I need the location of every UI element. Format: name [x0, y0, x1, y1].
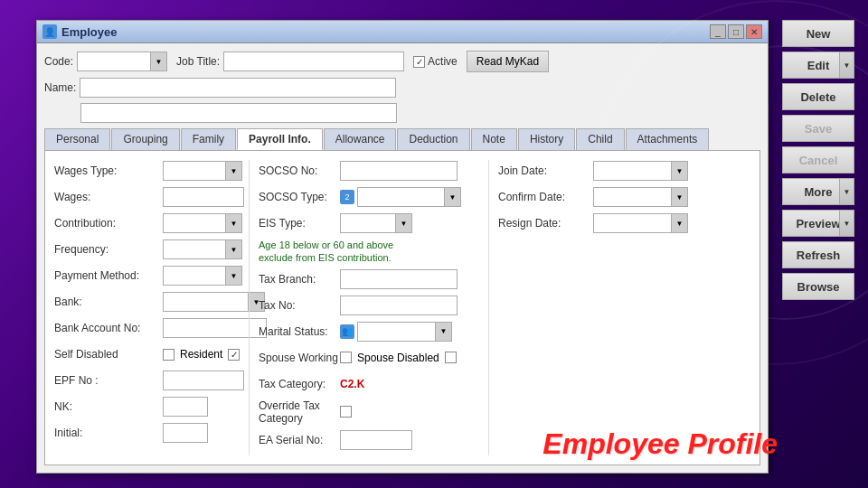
frequency-input[interactable]: ---- ▼ [163, 239, 242, 259]
edit-button[interactable]: Edit ▼ [782, 52, 854, 79]
edit-dropdown-arrow[interactable]: ▼ [839, 52, 854, 78]
tab-history[interactable]: History [518, 128, 575, 150]
tax-branch-input[interactable] [340, 269, 458, 289]
confirm-date-input[interactable]: 02/10/2002 ▼ [593, 187, 688, 207]
eis-type-input[interactable]: Yes ▼ [340, 213, 412, 233]
side-buttons: New Edit ▼ Delete Save Cancel More ▼ Pre… [782, 20, 854, 300]
read-mykad-button[interactable]: Read MyKad [467, 51, 549, 72]
tax-branch-label: Tax Branch: [259, 273, 340, 286]
resign-date-arrow[interactable]: ▼ [671, 214, 687, 232]
socso-type-input[interactable]: Second Categor ▼ [357, 187, 461, 207]
spouse-disabled-checkbox[interactable] [445, 352, 457, 363]
socso-no-input[interactable]: 600728-08-6087 [340, 161, 458, 181]
confirm-date-arrow[interactable]: ▼ [671, 188, 687, 206]
join-date-label: Join Date: [498, 164, 593, 177]
window-title: Employee [61, 25, 117, 39]
tax-no-row: Tax No: OG17777729634 [259, 295, 479, 316]
marital-status-input[interactable]: Married ▼ [357, 322, 452, 342]
wages-input[interactable]: 5,500.00 [163, 187, 244, 207]
bank-value[interactable]: Alliance Bank [164, 293, 248, 311]
tab-note[interactable]: Note [471, 128, 517, 150]
preview-dropdown-arrow[interactable]: ▼ [839, 211, 854, 236]
nk-row: NK: [54, 396, 240, 418]
name-input[interactable]: KUMAR A/L SELUAKUMARAN [80, 78, 396, 98]
job-title-group: Job Title: [176, 52, 404, 71]
active-checkbox[interactable] [413, 56, 425, 68]
tab-payroll-info[interactable]: Payroll Info. [237, 128, 323, 150]
tab-family[interactable]: Family [181, 128, 236, 150]
frequency-label: Frequency: [54, 243, 163, 256]
new-button[interactable]: New [782, 20, 854, 47]
frequency-value[interactable]: ---- [164, 240, 225, 258]
tab-personal[interactable]: Personal [44, 128, 110, 150]
contribution-value[interactable]: ---- [164, 214, 225, 232]
contribution-arrow[interactable]: ▼ [225, 214, 241, 232]
resign-date-label: Resign Date: [498, 217, 593, 230]
spouse-working-checkbox[interactable] [340, 352, 352, 363]
tabs-bar: Personal Grouping Family Payroll Info. A… [44, 128, 760, 150]
wages-type-value[interactable]: ---- [164, 162, 225, 180]
wages-type-arrow[interactable]: ▼ [225, 162, 241, 180]
payment-method-arrow[interactable]: ▼ [225, 267, 241, 285]
confirm-date-value[interactable]: 02/10/2002 [594, 188, 671, 206]
socso-no-row: SOCSO No: 600728-08-6087 [259, 160, 479, 182]
browse-button[interactable]: Browse [782, 273, 854, 300]
minimize-button[interactable]: _ [710, 24, 726, 39]
nk-label: NK: [54, 400, 163, 413]
join-date-value[interactable]: 02/07/2002 [594, 162, 671, 180]
code-dropdown-arrow[interactable]: ▼ [150, 52, 166, 70]
close-button[interactable]: ✕ [746, 24, 762, 39]
ea-serial-input[interactable] [340, 430, 412, 450]
eis-type-arrow[interactable]: ▼ [395, 214, 411, 232]
payment-method-input[interactable]: ---- ▼ [163, 266, 242, 286]
nk-input[interactable] [163, 397, 208, 417]
tab-attachments[interactable]: Attachments [626, 128, 710, 150]
ea-serial-label: EA Serial No: [259, 434, 340, 446]
marital-arrow[interactable]: ▼ [435, 323, 451, 341]
tax-no-input[interactable]: OG17777729634 [340, 296, 458, 315]
socso-type-value[interactable]: Second Categor [358, 188, 444, 206]
job-title-input[interactable] [223, 52, 404, 71]
top-fields-row1: Code: 00003 ▼ Job Title: Active Read MyK… [44, 51, 760, 72]
epf-input[interactable]: 71236444 [163, 371, 244, 390]
tab-child[interactable]: Child [576, 128, 624, 150]
more-button[interactable]: More ▼ [782, 178, 854, 205]
payment-method-label: Payment Method: [54, 269, 163, 282]
initial-input[interactable] [163, 423, 208, 443]
eis-type-value[interactable]: Yes [341, 214, 395, 232]
join-date-input[interactable]: 02/07/2002 ▼ [593, 161, 688, 181]
name-input-2[interactable] [80, 103, 397, 123]
code-input[interactable]: 00003 [78, 52, 150, 70]
code-input-wrapper[interactable]: 00003 ▼ [77, 52, 167, 71]
contribution-input[interactable]: ---- ▼ [163, 213, 242, 233]
delete-button[interactable]: Delete [782, 83, 854, 110]
title-controls: _ □ ✕ [710, 24, 762, 39]
eis-notice: Age 18 below or 60 and aboveexclude from… [259, 239, 479, 265]
join-date-arrow[interactable]: ▼ [671, 162, 687, 180]
save-button[interactable]: Save [782, 115, 854, 142]
cancel-button[interactable]: Cancel [782, 146, 854, 174]
frequency-arrow[interactable]: ▼ [225, 240, 241, 258]
self-disabled-checkbox[interactable] [163, 349, 175, 361]
preview-button[interactable]: Preview ▼ [782, 210, 854, 237]
maximize-button[interactable]: □ [728, 24, 744, 39]
tab-deduction[interactable]: Deduction [397, 128, 469, 150]
wages-type-input[interactable]: ---- ▼ [163, 161, 242, 181]
tab-grouping[interactable]: Grouping [111, 128, 179, 150]
frequency-row: Frequency: ---- ▼ [54, 239, 240, 260]
resign-date-input[interactable]: ▼ [593, 213, 688, 233]
bank-account-label: Bank Account No: [54, 322, 163, 334]
override-tax-checkbox[interactable] [340, 406, 352, 418]
resident-checkbox[interactable] [228, 349, 240, 361]
title-bar-left: 👤 Employee [42, 24, 117, 39]
more-dropdown-arrow[interactable]: ▼ [839, 179, 854, 204]
marital-status-value[interactable]: Married [358, 323, 435, 341]
resign-date-value[interactable] [594, 214, 671, 232]
tab-allowance[interactable]: Allowance [324, 128, 397, 150]
payment-method-value[interactable]: ---- [164, 267, 225, 285]
refresh-button[interactable]: Refresh [782, 241, 854, 268]
socso-type-arrow[interactable]: ▼ [444, 188, 460, 206]
name-second-line [44, 103, 760, 123]
wages-type-label: Wages Type: [54, 164, 163, 177]
employee-window: 👤 Employee _ □ ✕ Code: 00003 ▼ Job Title… [36, 20, 769, 474]
